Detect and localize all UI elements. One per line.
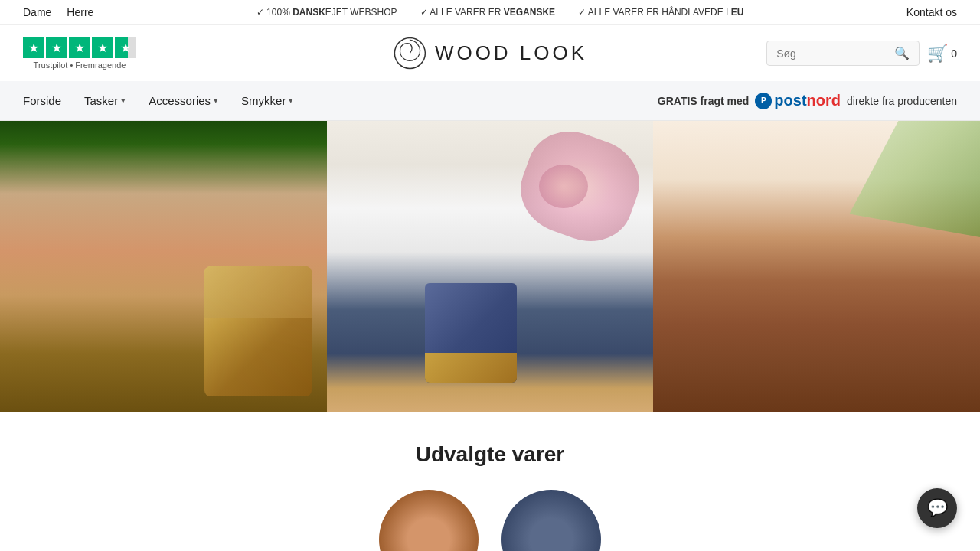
tasker-chevron-icon: ▾ bbox=[121, 96, 126, 106]
shipping-suffix: direkte fra producenten bbox=[847, 95, 957, 107]
cart-symbol: 🛒 bbox=[927, 44, 948, 64]
smykker-chevron-icon: ▾ bbox=[289, 96, 293, 106]
trustpilot-widget: ★ ★ ★ ★ ★ Trustpilot • Fremragende bbox=[23, 37, 136, 70]
site-logo[interactable]: WOOD LOOK bbox=[393, 36, 587, 70]
postnord-logo: P postnord bbox=[755, 92, 841, 109]
search-input[interactable] bbox=[776, 47, 894, 60]
hero-panel-center bbox=[327, 121, 654, 412]
postnord-text: postnord bbox=[774, 92, 841, 109]
main-nav: Forside Tasker ▾ Accessories ▾ Smykker ▾… bbox=[0, 81, 980, 121]
chat-button[interactable]: 💬 bbox=[917, 488, 957, 528]
featured-title: Udvalgte varer bbox=[23, 442, 957, 467]
featured-section: Udvalgte varer bbox=[0, 412, 980, 551]
badge-veganske: ✓ ALLE VARER ER VEGANSKE bbox=[420, 7, 556, 18]
logo-spiral-icon bbox=[393, 36, 427, 70]
star-5-half: ★ bbox=[115, 37, 136, 58]
search-button[interactable]: 🔍 bbox=[894, 46, 910, 60]
herre-link[interactable]: Herre bbox=[67, 6, 93, 18]
contact-link[interactable]: Kontakt os bbox=[906, 6, 957, 18]
gratis-text: GRATIS fragt med bbox=[658, 95, 750, 107]
chat-icon: 💬 bbox=[927, 498, 948, 518]
shipping-info: GRATIS fragt med P postnord direkte fra … bbox=[658, 92, 957, 109]
dame-link[interactable]: Dame bbox=[23, 6, 51, 18]
badge-dansk: ✓ 100% DANSKEJET WEBSHOP bbox=[256, 7, 397, 18]
top-bar: Dame Herre ✓ 100% DANSKEJET WEBSHOP ✓ AL… bbox=[0, 0, 980, 25]
search-bar: 🔍 bbox=[766, 41, 920, 66]
trustpilot-stars: ★ ★ ★ ★ ★ bbox=[23, 37, 136, 58]
postnord-icon: P bbox=[755, 93, 772, 109]
trustpilot-label: Trustpilot • Fremragende bbox=[23, 60, 136, 70]
star-3: ★ bbox=[69, 37, 90, 58]
contact-link-wrapper: Kontakt os bbox=[906, 6, 957, 18]
nav-forside[interactable]: Forside bbox=[23, 82, 61, 119]
header-right: 🔍 🛒 0 bbox=[766, 41, 957, 66]
star-2: ★ bbox=[46, 37, 67, 58]
star-4: ★ bbox=[92, 37, 113, 58]
star-1: ★ bbox=[23, 37, 44, 58]
hero-panel-left bbox=[0, 121, 327, 412]
top-bar-badges: ✓ 100% DANSKEJET WEBSHOP ✓ ALLE VARER ER… bbox=[93, 7, 906, 18]
nav-smykker[interactable]: Smykker ▾ bbox=[241, 82, 293, 119]
featured-products bbox=[23, 490, 957, 551]
nav-items: Forside Tasker ▾ Accessories ▾ Smykker ▾ bbox=[23, 82, 293, 119]
nav-accessories[interactable]: Accessories ▾ bbox=[149, 82, 218, 119]
featured-product-1[interactable] bbox=[379, 490, 479, 551]
hero-section bbox=[0, 121, 980, 412]
logo-text: WOOD LOOK bbox=[435, 41, 587, 65]
badge-eu: ✓ ALLE VARER ER HÅNDLAVEDE I EU bbox=[578, 7, 743, 18]
accessories-chevron-icon: ▾ bbox=[214, 96, 218, 106]
cart-count: 0 bbox=[951, 47, 957, 60]
top-bar-nav: Dame Herre bbox=[23, 6, 93, 18]
hero-panel-right bbox=[653, 121, 980, 412]
cart-icon[interactable]: 🛒 0 bbox=[927, 44, 957, 64]
featured-product-2[interactable] bbox=[501, 490, 601, 551]
nav-tasker[interactable]: Tasker ▾ bbox=[84, 82, 126, 119]
header: ★ ★ ★ ★ ★ Trustpilot • Fremragende WOOD … bbox=[0, 25, 980, 81]
